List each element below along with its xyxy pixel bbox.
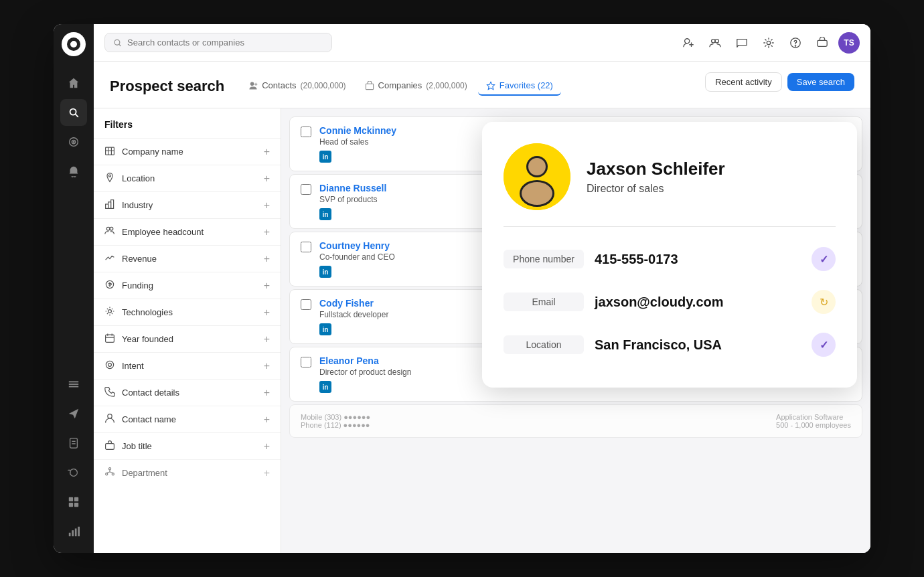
- add-person-icon[interactable]: [678, 32, 699, 54]
- chat-icon[interactable]: [731, 32, 753, 54]
- filter-add-icon: +: [264, 280, 270, 292]
- filter-item-technologies[interactable]: Technologies +: [94, 299, 281, 325]
- location-verified-icon[interactable]: ✓: [812, 333, 836, 357]
- svg-rect-33: [818, 40, 827, 46]
- result-checkbox-1[interactable]: [301, 127, 311, 137]
- svg-rect-39: [106, 147, 114, 155]
- svg-marker-38: [487, 82, 494, 89]
- sidebar-item-send[interactable]: [60, 400, 87, 427]
- svg-point-28: [712, 39, 715, 42]
- svg-point-47: [106, 227, 110, 230]
- filter-item-employee-headcount[interactable]: Employee headcount +: [94, 218, 281, 245]
- svg-point-68: [528, 158, 546, 175]
- save-search-button[interactable]: Save search: [787, 73, 854, 91]
- sidebar-item-analytics[interactable]: [60, 518, 87, 545]
- tab-contacts[interactable]: Contacts (20,000,000): [240, 76, 354, 96]
- page-header-actions: Recent activity Save search: [705, 72, 854, 92]
- filter-item-contact-details[interactable]: Contact details +: [94, 379, 281, 406]
- svg-rect-18: [74, 503, 78, 507]
- email-loading-icon[interactable]: ↻: [812, 290, 836, 314]
- settings-icon[interactable]: [758, 32, 779, 54]
- sidebar-item-home[interactable]: [60, 70, 87, 96]
- user-avatar[interactable]: TS: [838, 32, 860, 54]
- tab-companies[interactable]: Companies (2,000,000): [357, 76, 475, 96]
- svg-line-5: [76, 114, 78, 117]
- filter-add-icon: +: [264, 226, 270, 238]
- svg-rect-16: [74, 497, 78, 501]
- linkedin-icon-1[interactable]: in: [319, 151, 331, 163]
- result-checkbox-2[interactable]: [301, 184, 311, 195]
- phone-value: 415-555-0173: [595, 252, 801, 267]
- svg-point-30: [767, 41, 770, 44]
- svg-rect-58: [106, 444, 114, 450]
- sidebar-item-document[interactable]: [60, 430, 87, 457]
- filter-add-icon: +: [264, 467, 270, 479]
- filters-panel: Filters Company name +: [94, 108, 281, 553]
- result-checkbox-4[interactable]: [301, 299, 311, 310]
- filter-add-icon: +: [264, 387, 270, 399]
- filter-item-year-founded[interactable]: Year founded +: [94, 325, 281, 352]
- sidebar-item-notifications[interactable]: [60, 158, 87, 185]
- profile-name: Jaxson Schleifer: [587, 159, 725, 179]
- filter-item-job-title[interactable]: Job title +: [94, 432, 281, 459]
- profile-field-location: Location San Francisco, USA ✓: [504, 323, 836, 366]
- app-logo[interactable]: [62, 32, 86, 56]
- svg-rect-20: [72, 530, 74, 536]
- result-checkbox-5[interactable]: [301, 357, 311, 367]
- tab-favorites[interactable]: Favorites (22): [478, 76, 561, 96]
- sidebar-item-refresh[interactable]: [60, 459, 87, 486]
- svg-point-55: [106, 361, 113, 368]
- filter-item-company-name[interactable]: Company name +: [94, 138, 281, 165]
- filter-item-intent[interactable]: Intent +: [94, 352, 281, 379]
- person-icon: [104, 413, 115, 426]
- profile-field-phone: Phone number 415-555-0173 ✓: [504, 238, 836, 280]
- filter-item-contact-name[interactable]: Contact name +: [94, 406, 281, 432]
- filter-item-revenue[interactable]: Revenue +: [94, 245, 281, 272]
- svg-rect-46: [111, 200, 114, 209]
- storage-icon[interactable]: [812, 32, 833, 54]
- svg-line-64: [110, 472, 113, 473]
- technologies-icon: [104, 306, 115, 319]
- page-title: Prospect search: [110, 78, 224, 95]
- briefcase-icon: [104, 440, 115, 452]
- email-value: jaxson@cloudy.com: [595, 295, 801, 310]
- location-icon: [104, 172, 115, 185]
- filter-add-icon: +: [264, 199, 270, 212]
- filter-add-icon: +: [264, 440, 270, 452]
- sidebar-item-target[interactable]: [60, 129, 87, 155]
- svg-rect-12: [70, 438, 78, 448]
- linkedin-icon-3[interactable]: in: [319, 266, 331, 278]
- search-input[interactable]: [127, 37, 323, 48]
- page-header-row: Prospect search Contacts (20,000,000) Co…: [110, 72, 854, 100]
- linkedin-icon-5[interactable]: in: [319, 381, 331, 393]
- filter-add-icon: +: [264, 253, 270, 265]
- svg-point-3: [69, 39, 72, 43]
- sidebar-item-grid[interactable]: [60, 489, 87, 515]
- phone-verified-icon[interactable]: ✓: [812, 247, 836, 271]
- filter-add-icon: +: [264, 333, 270, 345]
- linkedin-icon-2[interactable]: in: [319, 208, 331, 220]
- result-checkbox-3[interactable]: [301, 242, 311, 252]
- avatar-image: [504, 143, 570, 210]
- filter-item-funding[interactable]: Funding +: [94, 272, 281, 299]
- calendar-icon: [104, 333, 115, 345]
- help-icon[interactable]: [785, 32, 806, 54]
- svg-point-57: [108, 414, 112, 418]
- sidebar-item-list[interactable]: [60, 371, 87, 398]
- profile-avatar: [504, 143, 570, 210]
- svg-line-24: [119, 44, 121, 46]
- svg-rect-17: [69, 503, 73, 507]
- recent-activity-button[interactable]: Recent activity: [705, 72, 782, 92]
- svg-point-61: [112, 473, 114, 475]
- people-icon[interactable]: [704, 32, 726, 54]
- filter-item-department[interactable]: Department +: [94, 459, 281, 486]
- filter-item-industry[interactable]: Industry +: [94, 191, 281, 218]
- search-box[interactable]: [104, 33, 332, 52]
- filter-add-icon: +: [264, 307, 270, 319]
- svg-rect-10: [69, 384, 78, 385]
- sidebar-item-search[interactable]: [60, 99, 87, 126]
- svg-point-56: [108, 363, 112, 367]
- filter-item-location[interactable]: Location +: [94, 165, 281, 191]
- page-header: Prospect search Contacts (20,000,000) Co…: [94, 62, 870, 108]
- linkedin-icon-4[interactable]: in: [319, 323, 331, 335]
